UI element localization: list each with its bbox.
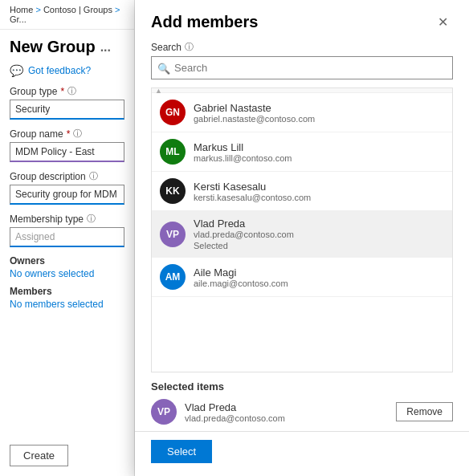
group-desc-label: Group description ⓘ <box>10 170 124 182</box>
member-name: Vlad Preda <box>194 218 444 230</box>
dialog-title: Add members <box>151 13 258 31</box>
group-type-required: * <box>60 86 64 97</box>
member-info: Aile Magi aile.magi@contoso.com <box>194 266 444 288</box>
selected-member-email: vlad.preda@contoso.com <box>185 413 388 423</box>
select-button[interactable]: Select <box>151 440 212 463</box>
member-email: kersti.kasesalu@contoso.com <box>194 193 444 202</box>
member-info: Gabriel Nastaste gabriel.nastaste@contos… <box>194 102 444 124</box>
group-name-label: Group name * ⓘ <box>10 128 124 140</box>
group-name-info-icon[interactable]: ⓘ <box>73 128 82 140</box>
selected-member-name: Vlad Preda <box>185 401 388 413</box>
search-icon: 🔍 <box>157 62 170 74</box>
member-name: Kersti Kasesalu <box>194 181 444 193</box>
selected-tag: Selected <box>194 241 444 250</box>
feedback-label: Got feedback? <box>28 65 91 76</box>
page-title: New Group ... <box>0 30 134 59</box>
members-list[interactable]: ▲ GN Gabriel Nastaste gabriel.nastaste@c… <box>151 87 453 372</box>
member-info: Vlad Preda vlad.preda@contoso.com Select… <box>194 218 444 250</box>
list-item[interactable]: KK Kersti Kasesalu kersti.kasesalu@conto… <box>152 172 452 211</box>
avatar: ML <box>160 139 186 165</box>
avatar: VP <box>160 222 186 247</box>
search-input[interactable] <box>151 56 453 79</box>
group-type-info-icon[interactable]: ⓘ <box>67 85 76 97</box>
selected-avatar: VP <box>151 399 177 425</box>
selected-member-row: VP Vlad Preda vlad.preda@contoso.com Rem… <box>151 399 453 425</box>
list-item[interactable]: AM Aile Magi aile.magi@contoso.com <box>152 258 452 297</box>
list-item[interactable]: ML Markus Lill markus.lill@contoso.com <box>152 132 452 172</box>
left-panel: Home > Contoso | Groups > Gr... New Grou… <box>0 0 135 476</box>
membership-type-info-icon[interactable]: ⓘ <box>87 213 96 225</box>
dialog-footer: Select <box>135 431 469 476</box>
dialog-body: Search ⓘ 🔍 ▲ GN Gabriel Nastaste gabriel… <box>135 41 469 431</box>
search-label: Search ⓘ <box>151 41 453 53</box>
search-info-icon[interactable]: ⓘ <box>185 41 194 53</box>
member-name: Gabriel Nastaste <box>194 102 444 114</box>
group-type-label: Group type * ⓘ <box>10 85 124 97</box>
avatar: GN <box>160 100 186 125</box>
avatar: KK <box>160 178 186 204</box>
group-desc-input[interactable] <box>10 185 124 205</box>
group-name-required: * <box>67 128 71 140</box>
owners-label: Owners <box>10 255 124 266</box>
member-info: Kersti Kasesalu kersti.kasesalu@contoso.… <box>194 181 444 202</box>
group-desc-info-icon[interactable]: ⓘ <box>89 170 98 182</box>
dialog-header: Add members ✕ <box>135 0 469 41</box>
feedback-row[interactable]: 💬 Got feedback? <box>0 59 134 85</box>
member-info: Markus Lill markus.lill@contoso.com <box>194 141 444 163</box>
avatar: AM <box>160 264 186 290</box>
create-button[interactable]: Create <box>10 445 68 466</box>
search-input-wrap: 🔍 <box>151 56 453 79</box>
feedback-icon: 💬 <box>10 64 23 77</box>
dialog-close-button[interactable]: ✕ <box>433 13 453 31</box>
list-item[interactable]: VP Vlad Preda vlad.preda@contoso.com Sel… <box>152 211 452 258</box>
remove-button[interactable]: Remove <box>396 402 453 421</box>
breadcrumb-groups[interactable]: Gr... <box>10 14 27 24</box>
breadcrumb-home[interactable]: Home <box>10 5 33 14</box>
member-email: vlad.preda@contoso.com <box>194 230 444 239</box>
selected-member-info: Vlad Preda vlad.preda@contoso.com <box>185 401 388 423</box>
member-email: aile.magi@contoso.com <box>194 279 444 288</box>
member-email: gabriel.nastaste@contoso.com <box>194 114 444 124</box>
membership-type-label: Membership type ⓘ <box>10 213 124 225</box>
group-name-input[interactable] <box>10 142 124 162</box>
group-type-input[interactable] <box>10 100 124 120</box>
options-dots[interactable]: ... <box>100 40 111 55</box>
members-label: Members <box>10 286 124 297</box>
breadcrumb: Home > Contoso | Groups > Gr... <box>0 0 134 30</box>
selected-section: Selected items VP Vlad Preda vlad.preda@… <box>151 372 453 431</box>
member-name: Aile Magi <box>194 266 444 279</box>
members-value[interactable]: No members selected <box>10 299 124 310</box>
form-section: Group type * ⓘ Group name * ⓘ Group desc… <box>0 85 134 310</box>
add-members-dialog: Add members ✕ Search ⓘ 🔍 ▲ GN Gabriel Na… <box>135 0 469 476</box>
selected-section-title: Selected items <box>151 380 453 393</box>
membership-type-input[interactable] <box>10 227 124 247</box>
member-email: markus.lill@contoso.com <box>194 153 444 163</box>
breadcrumb-contoso[interactable]: Contoso | Groups <box>43 5 112 14</box>
member-name: Markus Lill <box>194 141 444 153</box>
list-item[interactable]: GN Gabriel Nastaste gabriel.nastaste@con… <box>152 93 452 132</box>
owners-value[interactable]: No owners selected <box>10 268 124 279</box>
